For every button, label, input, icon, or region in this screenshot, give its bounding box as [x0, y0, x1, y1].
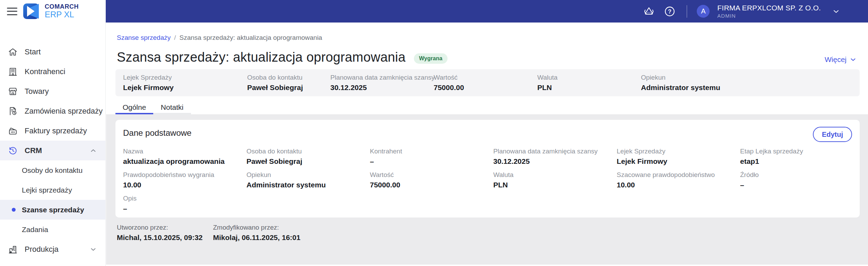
summary-field: Osoba do kontaktu Paweł Sobiegraj [247, 74, 303, 92]
order-document-icon [8, 106, 18, 116]
field-value: – [370, 157, 493, 166]
field-value: Administrator systemu [641, 83, 720, 92]
field-label: Osoba do kontaktu [247, 74, 303, 81]
field-value: PLN [537, 83, 557, 92]
sidebar-item-label: Zamówienia sprzedaży [25, 107, 103, 116]
user-role: ADMIN [717, 13, 821, 19]
avatar-initial: A [701, 7, 705, 15]
sidebar-item-kontrahenci[interactable]: Kontrahenci [0, 62, 105, 81]
user-block[interactable]: FIRMA ERPXLCOM SP. Z O.O. ADMIN [717, 3, 821, 19]
field-label: Nazwa [123, 148, 246, 155]
sidebar-item-lejki-sprzedazy[interactable]: Lejki sprzedaży [0, 180, 105, 200]
menu-hamburger-icon[interactable] [7, 8, 17, 15]
more-label: Więcej [825, 55, 847, 64]
card-field: Źródło– [740, 171, 863, 189]
topbar-brand-area: COMARCH ERP XL [0, 0, 106, 23]
field-value: 75000.00 [370, 181, 493, 189]
card-field-opis: Opis– [123, 195, 246, 213]
field-label: Wartość [434, 74, 464, 81]
field-label: Waluta [537, 74, 557, 81]
help-icon[interactable]: ? [662, 4, 677, 19]
sidebar-item-label: CRM [25, 146, 42, 155]
field-label: Wartość [370, 171, 493, 179]
field-value: Lejek Firmowy [123, 83, 174, 92]
user-avatar[interactable]: A [697, 5, 710, 18]
card-field: Prawdopodobieństwo wygrania10.00 [123, 171, 246, 189]
tab-label: Notatki [161, 103, 183, 112]
field-value: etap1 [740, 157, 863, 166]
factory-icon [8, 244, 18, 255]
brand-line2: ERP XL [45, 10, 79, 19]
field-value: 30.12.2025 [330, 83, 435, 92]
created-by-block: Utworzono przez: Michal, 15.10.2025, 09:… [117, 224, 203, 242]
field-value: – [740, 181, 863, 189]
card-field: WalutaPLN [493, 171, 617, 189]
more-button[interactable]: Więcej [825, 55, 857, 64]
breadcrumb-current: Szansa sprzedaży: aktualizacja oprogramo… [180, 34, 322, 42]
audit-info: Utworzono przez: Michal, 15.10.2025, 09:… [117, 224, 301, 242]
card-field: Kontrahent– [370, 148, 493, 166]
chevron-up-icon [89, 147, 97, 154]
card-field: Etap Lejka sprzedażyetap1 [740, 148, 863, 166]
sidebar-item-crm[interactable]: CRM [0, 141, 105, 160]
topbar-divider [687, 5, 687, 18]
field-value: PLN [493, 181, 617, 189]
field-label: Opiekun [641, 74, 720, 81]
brand-line1: COMARCH [45, 3, 79, 10]
field-value: – [123, 204, 246, 213]
tab-ogolne[interactable]: Ogólne [115, 101, 153, 114]
field-grid: Nazwaaktualizacja oprogramowania Osoba d… [123, 148, 863, 213]
card-field: Nazwaaktualizacja oprogramowania [123, 148, 246, 166]
field-label: Opis [123, 195, 246, 202]
sidebar-item-produkcja[interactable]: Produkcja [0, 239, 105, 259]
active-dot [12, 208, 16, 212]
tab-label: Ogólne [123, 103, 146, 112]
sidebar-item-label: Faktury sprzedaży [25, 126, 87, 135]
breadcrumb-separator: / [174, 34, 176, 42]
sidebar-item-faktury[interactable]: Faktury sprzedaży [0, 121, 105, 141]
sidebar-item-towary[interactable]: Towary [0, 81, 105, 101]
chevron-down-icon [89, 246, 97, 253]
sidebar-item-label: Kontrahenci [25, 67, 65, 76]
sidebar-item-osoby-do-kontaktu[interactable]: Osoby do kontaktu [0, 160, 105, 180]
summary-bar: Lejek Sprzedaży Lejek Firmowy Osoba do k… [115, 69, 860, 96]
created-by-value: Michal, 15.10.2025, 09:32 [117, 233, 203, 242]
card-field: Lejek SprzedażyLejek Firmowy [617, 148, 740, 166]
assistant-icon[interactable] [642, 4, 656, 19]
sidebar-item-zamowienia[interactable]: Zamówienia sprzedaży [0, 101, 105, 121]
sidebar: Start Kontrahenci Towary Zamówienia sprz… [0, 23, 106, 266]
field-value: 30.12.2025 [493, 157, 617, 166]
sidebar-item-start[interactable]: Start [0, 42, 105, 62]
user-menu-chevron-down-icon[interactable] [832, 7, 840, 16]
tab-notatki[interactable]: Notatki [153, 101, 191, 114]
invoice-wallet-icon [8, 126, 18, 136]
sidebar-item-label: Towary [25, 87, 49, 96]
sidebar-subitem-label: Zadania [22, 225, 48, 234]
chevron-down-icon [849, 56, 857, 63]
card-field: Planowana data zamknięcia szansy30.12.20… [493, 148, 617, 166]
tab-bar: Ogólne Notatki [115, 101, 191, 114]
sidebar-item-zadania[interactable]: Zadania [0, 220, 105, 239]
summary-field: Waluta PLN [537, 74, 557, 92]
breadcrumb-link[interactable]: Szanse sprzedaży [117, 34, 171, 42]
sidebar-item-label: Produkcja [25, 245, 59, 254]
field-label: Waluta [493, 171, 617, 179]
field-value: Administrator systemu [246, 181, 370, 189]
brand-text: COMARCH ERP XL [45, 3, 79, 19]
sidebar-subitem-label: Szanse sprzedaży [22, 206, 84, 214]
card-field: Szacowane prawdopodobieństwo10.00 [617, 171, 740, 189]
edit-button[interactable]: Edytuj [813, 127, 852, 142]
field-label: Planowana data zamknięcia szansy [493, 148, 617, 155]
card-field: OpiekunAdministrator systemu [246, 171, 370, 189]
comarch-logo [23, 3, 39, 19]
breadcrumb: Szanse sprzedaży / Szansa sprzedaży: akt… [117, 34, 322, 42]
field-value: aktualizacja oprogramowania [123, 157, 246, 166]
field-value: Paweł Sobiegraj [247, 83, 303, 92]
field-value: 10.00 [123, 181, 246, 189]
field-label: Kontrahent [370, 148, 493, 155]
card-field: Osoba do kontaktuPaweł Sobiegraj [246, 148, 370, 166]
field-label: Prawdopodobieństwo wygrania [123, 171, 246, 179]
modified-by-value: Mikolaj, 06.11.2025, 16:01 [213, 233, 301, 242]
sidebar-item-szanse-sprzedazy[interactable]: Szanse sprzedaży [0, 200, 105, 220]
field-value: Lejek Firmowy [617, 157, 740, 166]
